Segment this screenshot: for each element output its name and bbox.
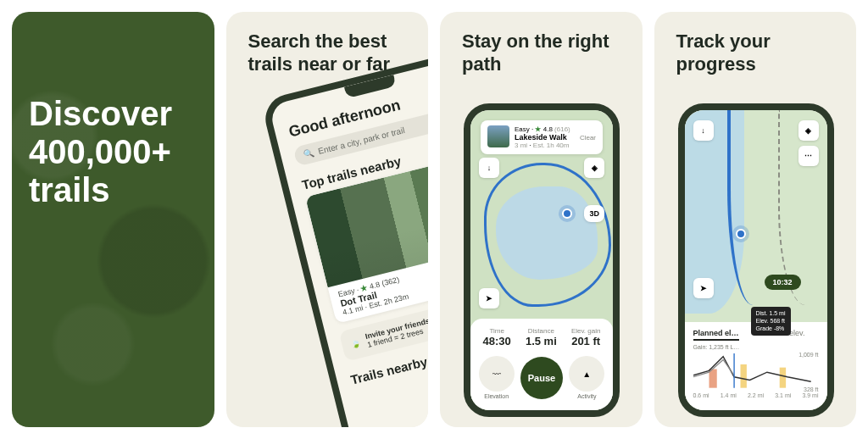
trail-info-chip[interactable]: Easy · ★ 4.8 (616) Lakeside Walk 3 mi · …: [481, 120, 603, 154]
time-pill: 10:32: [765, 275, 801, 290]
elevation-chart[interactable]: 1,009 ft 328 ft: [693, 353, 819, 391]
trail-length: 3 mi: [515, 142, 527, 149]
locate-icon[interactable]: ➤: [693, 278, 714, 298]
activity-label: Activity: [569, 393, 604, 399]
location-pin: [562, 208, 572, 219]
pause-button[interactable]: Pause: [520, 357, 563, 399]
stat-time: Time48:30: [483, 327, 511, 347]
gain-info: Gain: 1,235 ft L…: [693, 344, 819, 350]
trail-difficulty: Easy: [515, 125, 530, 133]
chart-tooltip: Dist. 1.5 mi Elev. 568 ft Grade -8%: [751, 307, 791, 336]
clear-button[interactable]: Clear: [580, 134, 596, 142]
tooltip-grade: Grade -8%: [756, 325, 786, 333]
x-tick: 3.1 mi: [775, 392, 791, 398]
stats-panel: Time48:30 Distance1.5 mi Elev. gain201 f…: [470, 319, 613, 410]
x-tick: 2.2 mi: [748, 392, 764, 398]
track-card: Track your progress ↓ ◈ ⋯ ➤ 10:32 Planne…: [654, 12, 857, 427]
hero-headline: Discover 400,000+ trails: [29, 95, 204, 208]
elevation-button[interactable]: 〰: [479, 356, 515, 392]
phone-notch: [343, 75, 396, 98]
search-card: Search the best trails near or far Good …: [226, 12, 429, 427]
download-icon[interactable]: ↓: [693, 120, 714, 141]
trail-rating: 4.8: [543, 125, 553, 133]
3d-button[interactable]: 3D: [584, 205, 604, 222]
trail-est: Est. 1h 40m: [533, 142, 570, 149]
trail-rating-count: (362): [381, 275, 400, 288]
x-tick: 3.9 mi: [802, 392, 818, 398]
layers-icon[interactable]: ◈: [798, 120, 819, 141]
trail-rating-count: (616): [554, 125, 570, 133]
search-icon: 🔍: [302, 148, 314, 160]
hero-card: Discover 400,000+ trails: [12, 12, 214, 427]
leaf-icon: 🍃: [349, 338, 360, 348]
more-icon[interactable]: ⋯: [798, 146, 819, 166]
locate-icon[interactable]: ➤: [479, 288, 499, 308]
x-axis: 0.6 mi 1.4 mi 2.2 mi 3.1 mi 3.9 mi: [693, 392, 819, 398]
trail-name: Lakeside Walk: [515, 133, 567, 142]
nav-card: Stay on the right path Easy · ★ 4.8 (616…: [440, 12, 643, 427]
trail-thumb: [487, 125, 509, 147]
section-title-2: Trails nearby: [348, 354, 428, 387]
card3-heading: Stay on the right path: [462, 31, 627, 76]
tooltip-dist: Dist. 1.5 mi: [756, 310, 786, 318]
tooltip-elev: Elev. 568 ft: [756, 318, 786, 325]
x-tick: 0.6 mi: [693, 392, 709, 398]
stat-elev: Elev. gain201 ft: [571, 327, 601, 347]
tab-planned[interactable]: Planned el…: [693, 329, 739, 341]
location-pin: [736, 229, 746, 239]
phone-mock-track: ↓ ◈ ⋯ ➤ 10:32 Planned el… Recorded elev.…: [678, 103, 834, 417]
layers-icon[interactable]: ◈: [584, 158, 604, 178]
download-icon[interactable]: ↓: [479, 158, 499, 178]
phone-mock-search: Good afternoon 🔍 Enter a city, park or t…: [260, 47, 429, 427]
x-tick: 1.4 mi: [721, 392, 737, 398]
bottom-nav: ✧Explore 👥Community ▲Navigator ▢Saved ☺P…: [359, 418, 428, 427]
route-path: [484, 163, 611, 307]
star-icon: ★: [535, 125, 541, 133]
phone-mock-nav: Easy · ★ 4.8 (616) Lakeside Walk 3 mi · …: [464, 103, 620, 417]
card4-heading: Track your progress: [676, 31, 842, 76]
elevation-label: Elevation: [479, 393, 515, 399]
svg-rect-2: [779, 368, 785, 388]
svg-rect-1: [740, 364, 746, 388]
stat-distance: Distance1.5 mi: [526, 327, 557, 347]
activity-button[interactable]: ▲: [569, 356, 604, 392]
